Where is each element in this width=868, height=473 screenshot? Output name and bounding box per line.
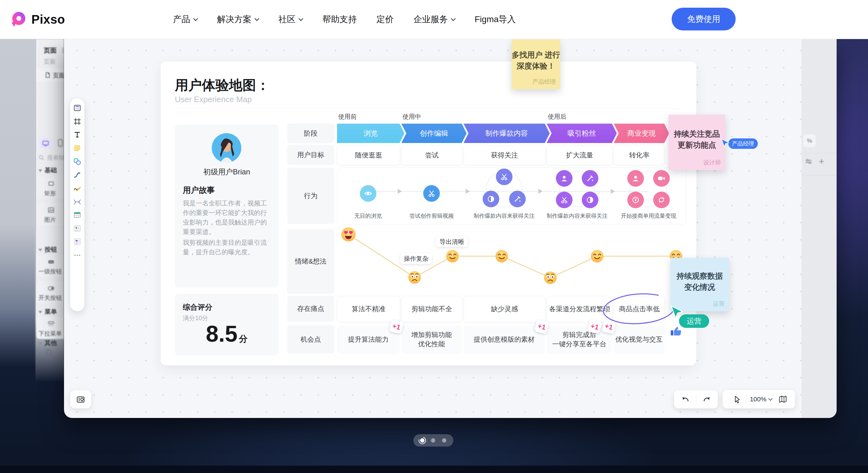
ghost-component-图片[interactable]: 图片 [36,203,64,225]
map-view-button[interactable] [775,395,790,404]
table-icon[interactable] [72,210,83,220]
mindmap-icon[interactable] [72,197,83,207]
stage-chevron-吸引粉丝[interactable]: 吸引粉丝 [547,124,617,143]
sticky-note-icon[interactable] [72,143,83,154]
persona-card[interactable]: 初级用户Brian 用户故事 我是一名全职工作者，视频工作的重要一环它能扩大我的… [175,125,279,288]
widget-toolbar: T [70,98,84,311]
nav-item-帮助支持[interactable]: 帮助支持 [322,13,357,25]
sticky-note-blue[interactable]: 持续观察数据 变化情况 运营 [671,258,729,311]
contrast-icon[interactable] [483,191,499,207]
eye-icon[interactable] [360,185,376,202]
ghost-component-矩形[interactable]: 矩形 [36,176,64,199]
opportunity-card[interactable]: 增加剪辑功能 优化性能 [401,326,462,354]
ghost-tab-pages: 页面 [44,46,57,55]
ghost-section-其他[interactable]: 其他 [38,339,57,347]
ghost-component-一级按钮[interactable]: BTN一级按钮 [36,255,64,277]
pixso-logo[interactable]: Pixso [9,0,65,39]
score-value: 8.5 [206,321,238,347]
coin-icon[interactable] [627,192,644,208]
plus-one-badge: +1 [389,319,404,334]
persona-story-title: 用户故事 [183,185,215,196]
zoom-level[interactable]: 100% [750,396,767,403]
pencil-icon[interactable] [72,183,83,194]
score-unit: 分 [239,334,247,343]
carousel-progress-ring [418,436,427,445]
search-components-input[interactable]: 搜索组件 [38,154,64,162]
stage-chevron-创作编辑[interactable]: 创作编辑 [401,124,467,143]
nav-item-社区[interactable]: 社区 [278,13,303,25]
scissors-icon[interactable] [423,185,440,202]
background-window-edge [0,39,35,377]
opportunity-card[interactable]: 提供创意模版的素材 [464,326,545,354]
connector-icon[interactable] [72,170,83,180]
ghost-other-icon[interactable] [44,348,53,358]
sticky-note-yellow[interactable]: 多找用户 进行 深度体验！ 产品经理 [512,39,560,89]
ghost-group-label: 页面 [44,58,55,66]
ghost-section-按钮[interactable]: 按钮 [38,245,57,254]
plus-icon[interactable] [817,158,826,165]
undo-button[interactable] [674,395,696,404]
redo-button[interactable] [696,395,718,404]
goal-card-获得关注[interactable]: 获得关注 [464,145,546,165]
goal-card-随便逛逛[interactable]: 随便逛逛 [337,145,400,165]
pain-card-缺少灵感[interactable]: 缺少灵感 [464,296,546,322]
camera-icon[interactable] [653,170,670,187]
more-icon[interactable] [72,250,83,261]
nav-item-Figma导入[interactable]: Figma导入 [475,13,516,25]
carousel-dot[interactable] [442,438,446,443]
scissors-icon[interactable] [496,169,513,185]
nav-item-产品[interactable]: 产品 [173,13,197,25]
sliders-icon[interactable] [804,157,813,166]
score-card[interactable]: 综合评分 满分10分 8.5 分 [175,294,279,355]
wand-icon[interactable] [509,191,526,207]
ghost-component-下拉菜单[interactable]: 下拉菜单 [36,317,64,339]
pain-card-剪辑功能不全[interactable]: 剪辑功能不全 [401,296,462,322]
carousel-indicator [413,434,454,446]
stage-chevron-商业变现[interactable]: 商业变现 [614,124,669,143]
shapes-icon[interactable] [72,156,83,167]
stage-chevron-浏览[interactable]: 浏览 [337,124,404,143]
goal-card-扩大流量[interactable]: 扩大流量 [547,145,613,165]
nav-item-label: 产品 [173,13,190,25]
carousel-dot[interactable] [431,438,435,443]
nav-item-定价[interactable]: 定价 [376,13,394,25]
ghost-page-item[interactable]: 页面 1 [36,68,64,82]
person-icon[interactable] [556,170,572,187]
minimap-button[interactable] [70,390,91,408]
svg-text:BTN: BTN [49,261,53,263]
frame-icon[interactable] [72,116,83,127]
sticky-note-pink[interactable]: 持续关注竞品 更新功能点 设计师 [669,115,725,170]
free-trial-button[interactable]: 免费使用 [672,8,736,30]
text-icon[interactable] [72,130,83,140]
nav-item-解决方案[interactable]: 解决方案 [217,13,258,25]
cursor-tool-button[interactable] [727,395,746,404]
phase-label-使用中: 使用中 [403,112,421,121]
ghost-component-label: 矩形 [36,190,64,197]
chevron-down-icon[interactable] [768,397,773,401]
goal-card-转化率[interactable]: 转化率 [614,145,665,165]
device-phone-button[interactable] [56,138,64,149]
template-icon[interactable] [72,103,83,113]
ghost-component-开关按钮[interactable]: 开关按钮 [36,281,64,303]
carousel-dot-active[interactable] [420,438,425,443]
opacity-field[interactable]: % [803,134,816,147]
wand-icon[interactable] [582,170,598,187]
emotion-curve [336,229,699,295]
stage-chevron-制作爆款内容[interactable]: 制作爆款内容 [464,124,550,143]
background-layers-panel: 页面图页面页面 1搜索组件基础矩形图片按钮BTN一级按钮开关按钮菜单交下拉菜单其… [35,39,64,390]
device-desktop-button[interactable] [40,138,52,149]
nav-item-企业服务[interactable]: 企业服务 [413,13,455,25]
behavior-label: 开始接商单用流量变现 [599,212,698,219]
phase-label-使用后: 使用后 [548,112,566,121]
person-icon[interactable] [627,170,644,187]
scissors-icon[interactable] [556,192,572,208]
persona-name: 初级用户Brian [175,167,279,177]
contrast-icon[interactable] [582,192,598,208]
opportunity-card[interactable]: 优化视觉与交互 [614,326,664,354]
pain-card-算法不精准[interactable]: 算法不精准 [337,296,400,322]
goal-card-尝试[interactable]: 尝试 [401,145,462,165]
cycle-icon[interactable] [653,192,670,208]
card-doc-icon[interactable] [72,236,83,247]
ghost-section-基础[interactable]: 基础 [38,166,57,174]
text-doc-icon[interactable]: T [72,223,83,234]
